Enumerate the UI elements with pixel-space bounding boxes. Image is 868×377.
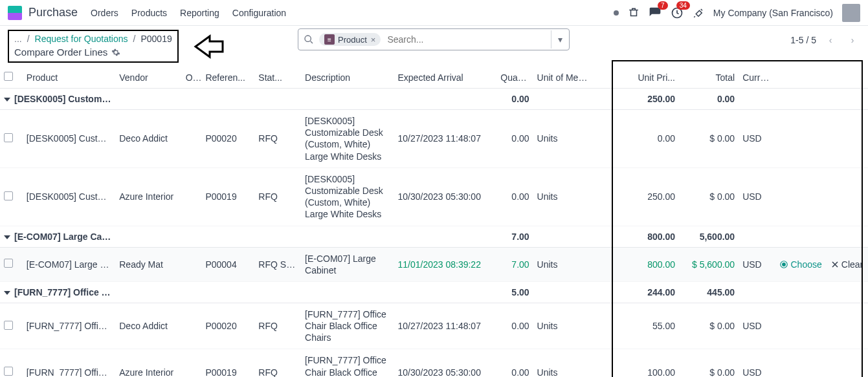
annotation-arrow-icon xyxy=(192,34,224,59)
chat-badge: 7 xyxy=(658,1,668,10)
cell-price: 0.00 xyxy=(626,110,679,168)
cell-total: $ 0.00 xyxy=(679,167,739,226)
group-row[interactable]: [E-COM07] Large Cabinet (1) 7.00 800.00 … xyxy=(0,226,868,247)
col-currency[interactable]: Curren... xyxy=(739,67,775,89)
cell-arrival: 10/30/2023 05:30:00 xyxy=(394,167,496,226)
cell-arrival: 11/01/2023 08:39:22 xyxy=(394,247,496,281)
clear-button[interactable]: Clear xyxy=(831,259,863,270)
select-all-checkbox[interactable] xyxy=(4,72,13,81)
col-qty[interactable]: Quanti... xyxy=(496,67,533,89)
subbar: ... / Request for Quotations / P00019 Co… xyxy=(0,26,868,67)
nav-configuration[interactable]: Configuration xyxy=(232,8,286,18)
cell-qty: 0.00 xyxy=(496,303,533,349)
col-reference[interactable]: Referen... xyxy=(201,67,254,89)
cell-product: [FURN_7777] Office C... xyxy=(23,349,115,377)
order-lines-table: Product Vendor O... Referen... Stat... D… xyxy=(0,67,868,377)
row-checkbox[interactable] xyxy=(4,321,13,330)
col-total[interactable]: Total xyxy=(679,67,739,89)
table-header: Product Vendor O... Referen... Stat... D… xyxy=(0,67,868,89)
app-icon[interactable] xyxy=(8,6,22,20)
cell-total: $ 0.00 xyxy=(679,110,739,168)
chat-icon[interactable]: 7 xyxy=(649,6,662,19)
col-vendor[interactable]: Vendor xyxy=(115,67,181,89)
nav-orders[interactable]: Orders xyxy=(91,8,118,18)
gear-icon[interactable] xyxy=(111,48,120,57)
col-description[interactable]: Description xyxy=(301,67,394,89)
cell-product: [E-COM07] Large Cabi... xyxy=(23,247,115,281)
cell-price: 800.00 xyxy=(626,247,679,281)
stack-icon: ≡ xyxy=(324,34,335,45)
breadcrumb-link-rfq[interactable]: Request for Quotations xyxy=(35,34,128,44)
group-row[interactable]: [FURN_7777] Office Chair (3) 5.00 244.00… xyxy=(0,281,868,303)
cell-vendor: Azure Interior xyxy=(115,349,181,377)
cell-price: 55.00 xyxy=(626,303,679,349)
cell-qty: 0.00 xyxy=(496,110,533,168)
search-chip-product[interactable]: ≡ Product × xyxy=(319,33,381,46)
page-title: Compare Order Lines xyxy=(14,47,107,58)
table-row[interactable]: [DESK0005] Customiza... Deco Addict P000… xyxy=(0,110,868,168)
cell-status: RFQ xyxy=(254,303,301,349)
nav-products[interactable]: Products xyxy=(131,8,167,18)
breadcrumb-current[interactable]: P00019 xyxy=(140,34,172,44)
col-product[interactable]: Product xyxy=(23,67,115,89)
cell-uom: Units xyxy=(533,110,593,168)
tools-icon[interactable] xyxy=(693,7,704,19)
cell-status: RFQ Sent xyxy=(254,247,301,281)
chip-remove-icon[interactable]: × xyxy=(371,35,376,45)
table-row[interactable]: [FURN_7777] Office C... Azure Interior P… xyxy=(0,349,868,377)
activity-icon[interactable]: 34 xyxy=(671,6,684,19)
search-input[interactable] xyxy=(384,32,551,47)
cell-arrival: 10/30/2023 05:30:00 xyxy=(394,349,496,377)
cell-price: 250.00 xyxy=(626,167,679,226)
cell-price: 100.00 xyxy=(626,349,679,377)
group-row[interactable]: [DESK0005] Customizable Desk (Custom, Wh… xyxy=(0,89,868,110)
table-row[interactable]: [DESK0005] Customiza... Azure Interior P… xyxy=(0,167,868,226)
nav-reporting[interactable]: Reporting xyxy=(180,8,219,18)
pager: 1-5 / 5 ‹ › xyxy=(790,32,860,48)
cell-curr: USD xyxy=(739,303,775,349)
svg-point-3 xyxy=(782,263,785,266)
avatar[interactable] xyxy=(842,4,860,22)
pager-next[interactable]: › xyxy=(845,32,860,48)
col-uom[interactable]: Unit of Measu... xyxy=(533,67,593,89)
cell-product: [FURN_7777] Office C... xyxy=(23,303,115,349)
topbar: Purchase Orders Products Reporting Confi… xyxy=(0,0,868,26)
cell-qty: 0.00 xyxy=(496,349,533,377)
cell-ref: P00019 xyxy=(201,349,254,377)
status-dot-icon xyxy=(614,10,619,16)
cell-status: RFQ xyxy=(254,349,301,377)
breadcrumb-dots[interactable]: ... xyxy=(14,34,22,44)
cell-desc: [FURN_7777] Office Chair Black Office Ch… xyxy=(301,303,394,349)
row-checkbox[interactable] xyxy=(4,259,13,268)
row-checkbox[interactable] xyxy=(4,367,13,376)
activity-badge: 34 xyxy=(676,1,690,10)
caret-down-icon xyxy=(4,98,10,102)
table-row[interactable]: [FURN_7777] Office C... Deco Addict P000… xyxy=(0,303,868,349)
cell-uom: Units xyxy=(533,247,593,281)
table-row[interactable]: [E-COM07] Large Cabi... Ready Mat P00004… xyxy=(0,247,868,281)
cell-total: $ 0.00 xyxy=(679,349,739,377)
col-arrival[interactable]: Expected Arrival xyxy=(394,67,496,89)
cell-ref: P00004 xyxy=(201,247,254,281)
search-options-caret[interactable]: ▾ xyxy=(551,30,569,48)
col-price[interactable]: Unit Pri... xyxy=(626,67,679,89)
cell-total: $ 5,600.00 xyxy=(679,247,739,281)
tray-icon[interactable] xyxy=(628,7,640,19)
col-o[interactable]: O... xyxy=(182,67,202,89)
cell-curr: USD xyxy=(739,349,775,377)
row-checkbox[interactable] xyxy=(4,133,13,142)
row-checkbox[interactable] xyxy=(4,191,13,200)
choose-button[interactable]: Choose xyxy=(779,259,822,270)
svg-point-1 xyxy=(305,36,311,41)
searchbar[interactable]: ≡ Product × ▾ xyxy=(298,28,570,50)
cell-desc: [DESK0005] Customizable Desk (Custom, Wh… xyxy=(301,110,394,168)
cell-arrival: 10/27/2023 11:48:07 xyxy=(394,303,496,349)
company-name[interactable]: My Company (San Francisco) xyxy=(713,8,833,18)
cell-product: [DESK0005] Customiza... xyxy=(23,167,115,226)
cell-status: RFQ xyxy=(254,167,301,226)
col-status[interactable]: Stat... xyxy=(254,67,301,89)
cell-vendor: Deco Addict xyxy=(115,110,181,168)
pager-prev[interactable]: ‹ xyxy=(823,32,838,48)
cell-total: $ 0.00 xyxy=(679,303,739,349)
app-name[interactable]: Purchase xyxy=(28,6,78,19)
